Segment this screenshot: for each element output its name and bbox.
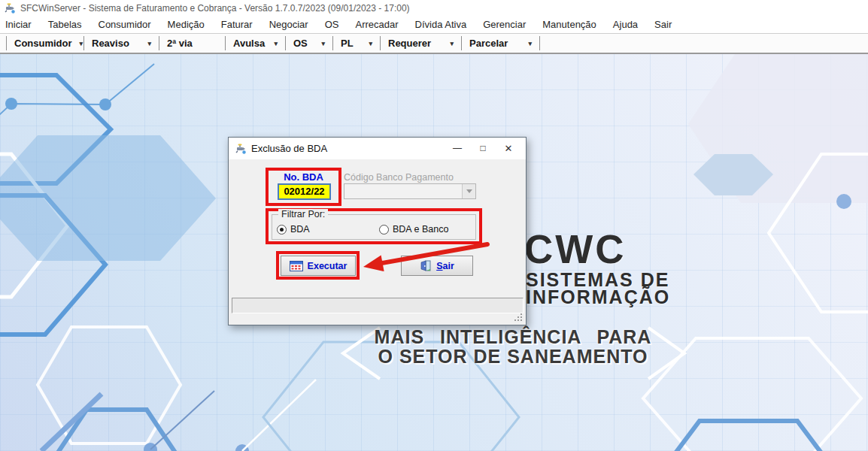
toolbar-pl-label: PL (341, 38, 354, 49)
exit-door-icon (420, 260, 432, 272)
toolbar-2avia-button[interactable]: 2ª via (159, 36, 226, 50)
toolbar-requerer-label: Requerer (388, 38, 431, 49)
menu-ajuda[interactable]: Ajuda (605, 17, 646, 33)
dropdown-arrow-icon[interactable]: ▾ (450, 40, 454, 47)
sair-button-label: Sair (436, 261, 454, 271)
banco-combobox-value (344, 184, 462, 198)
radio-bda-e-banco[interactable]: BDA e Banco (379, 224, 448, 235)
radio-bda-circle[interactable] (277, 225, 287, 235)
main-titlebar: SFCWinServer - Sistema de Faturamento e … (0, 0, 868, 17)
toolbar-os-label: OS (293, 38, 308, 49)
toolbar-consumidor-label: Consumidor (14, 38, 72, 49)
toolbar-os-button[interactable]: OS ▾ (286, 36, 333, 50)
menu-os[interactable]: OS (317, 17, 348, 33)
menu-tabelas[interactable]: Tabelas (40, 17, 90, 33)
logo-subtitle-2: INFORMAÇÃO (526, 289, 670, 306)
dialog-faucet-icon (235, 143, 247, 155)
menu-gerenciar[interactable]: Gerenciar (475, 17, 534, 33)
menu-arrecadar[interactable]: Arrecadar (347, 17, 406, 33)
exclusao-de-bda-dialog: Exclusão de BDA — □ ✕ No. BDA 02012/22 C… (228, 137, 527, 325)
toolbar-2avia-label: 2ª via (167, 38, 193, 49)
menu-manutencao[interactable]: Manutenção (534, 17, 605, 33)
dropdown-arrow-icon[interactable]: ▾ (528, 40, 532, 47)
tagline-line-1: MAIS INTELIGÊNCIA PARA (340, 327, 686, 347)
logo-text: CWC (524, 232, 627, 268)
chevron-down-icon (466, 189, 472, 193)
menu-bar: Iniciar Tabelas Consumidor Medição Fatur… (0, 17, 868, 33)
menu-divida-ativa[interactable]: Dívida Ativa (407, 17, 475, 33)
radio-bda-e-banco-circle[interactable] (379, 225, 389, 235)
menu-iniciar[interactable]: Iniciar (0, 17, 40, 33)
sair-button[interactable]: Sair (401, 256, 473, 276)
dropdown-arrow-icon[interactable]: ▾ (321, 40, 325, 47)
bda-input[interactable]: 02012/22 (278, 183, 331, 200)
resize-grip[interactable] (514, 313, 523, 322)
close-icon[interactable]: ✕ (496, 138, 521, 159)
dialog-title: Exclusão de BDA (251, 143, 445, 154)
dialog-status-bar (232, 298, 524, 313)
grid-calculator-icon (290, 261, 303, 271)
dropdown-arrow-icon[interactable]: ▾ (147, 40, 151, 47)
toolbar: Consumidor ▾ Reaviso ▾ 2ª via Avulsa ▾ O… (0, 33, 868, 54)
toolbar-pl-button[interactable]: PL ▾ (333, 36, 381, 50)
filter-groupbox-legend: Filtrar Por: (278, 209, 328, 219)
toolbar-consumidor-button[interactable]: Consumidor ▾ (6, 36, 84, 50)
toolbar-requerer-button[interactable]: Requerer ▾ (381, 36, 462, 50)
bda-field-label: No. BDA (270, 171, 337, 183)
toolbar-reaviso-label: Reaviso (92, 38, 129, 49)
tagline-line-2: O SETOR DE SANEAMENTO (340, 347, 686, 366)
dialog-titlebar[interactable]: Exclusão de BDA — □ ✕ (229, 138, 526, 159)
toolbar-avulsa-button[interactable]: Avulsa ▾ (226, 36, 286, 50)
menu-faturar[interactable]: Faturar (213, 17, 261, 33)
toolbar-parcelar-label: Parcelar (469, 38, 508, 49)
menu-consumidor[interactable]: Consumidor (90, 17, 159, 33)
dialog-window-controls: — □ ✕ (445, 138, 521, 159)
tagline: MAIS INTELIGÊNCIA PARA O SETOR DE SANEAM… (340, 327, 686, 366)
toolbar-parcelar-button[interactable]: Parcelar ▾ (462, 36, 540, 50)
dropdown-arrow-icon[interactable]: ▾ (274, 40, 278, 47)
executar-button[interactable]: Executar (281, 256, 356, 276)
executar-button-label: Executar (308, 261, 348, 271)
combobox-dropdown-button[interactable] (462, 184, 475, 198)
banco-field-label: Código Banco Pagamento (344, 172, 454, 183)
radio-bda-e-banco-label: BDA e Banco (393, 224, 448, 235)
banco-combobox[interactable] (344, 183, 476, 199)
radio-bda[interactable]: BDA (277, 224, 310, 235)
menu-sair[interactable]: Sair (646, 17, 680, 33)
dropdown-arrow-icon[interactable]: ▾ (80, 40, 83, 47)
menu-medicao[interactable]: Medição (159, 17, 213, 33)
maximize-icon[interactable]: □ (470, 138, 496, 159)
window-title: SFCWinServer - Sistema de Faturamento e … (20, 3, 410, 14)
radio-bda-label: BDA (290, 224, 310, 235)
dropdown-arrow-icon[interactable]: ▾ (369, 40, 372, 47)
minimize-icon[interactable]: — (445, 138, 470, 159)
menu-negociar[interactable]: Negociar (261, 17, 317, 33)
toolbar-avulsa-label: Avulsa (233, 38, 265, 49)
application-window: SFCWinServer - Sistema de Faturamento e … (0, 0, 868, 451)
toolbar-reaviso-button[interactable]: Reaviso ▾ (84, 36, 159, 50)
app-faucet-icon (4, 2, 16, 14)
